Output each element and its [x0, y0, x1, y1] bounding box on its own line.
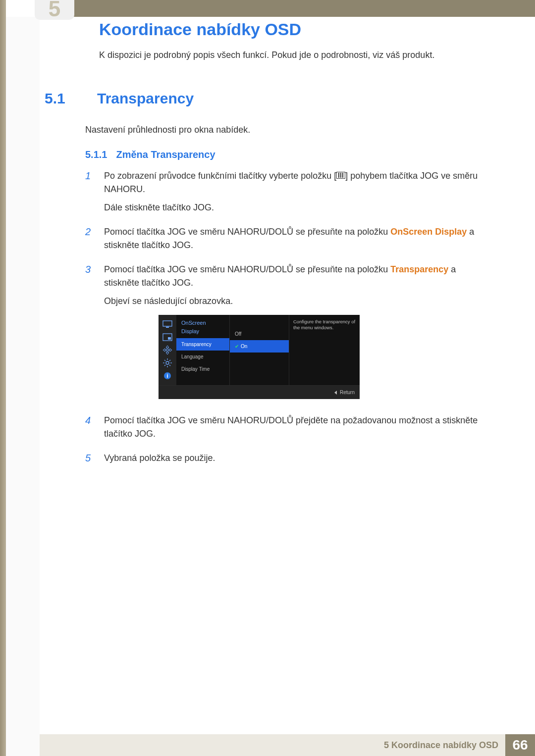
highlight-transparency: Transparency — [390, 264, 448, 274]
osd-menu-item: Language — [176, 351, 229, 363]
step-number: 2 — [85, 225, 95, 257]
osd-option-off: Off — [230, 328, 289, 340]
step-number: 1 — [85, 169, 95, 219]
monitor-icon — [162, 320, 173, 329]
osd-return-label: Return — [340, 389, 355, 396]
svg-line-11 — [169, 360, 170, 361]
chapter-title: Koordinace nabídky OSD — [99, 20, 490, 39]
step-text: Pomocí tlačítka JOG ve směru NAHORU/DOLŮ… — [104, 263, 490, 290]
step-text: Dále stiskněte tlačítko JOG. — [104, 201, 490, 214]
osd-option-on: ✔On — [230, 340, 289, 353]
check-icon: ✔ — [235, 344, 239, 349]
step-number: 4 — [85, 414, 95, 446]
osd-menu-item: Transparency — [176, 338, 229, 351]
info-icon: i — [162, 371, 173, 380]
section-intro: Nastavení průhlednosti pro okna nabídek. — [85, 125, 490, 135]
left-margin-column — [6, 17, 40, 756]
svg-rect-0 — [163, 321, 172, 326]
gear-icon — [162, 358, 173, 367]
footer-chapter-text: 5 Koordinace nabídky OSD — [384, 740, 498, 751]
step-text: Objeví se následující obrazovka. — [104, 295, 490, 308]
left-gradient-stripe — [0, 0, 6, 756]
svg-line-10 — [169, 365, 170, 366]
triangle-left-icon — [334, 391, 337, 395]
step-text: Po zobrazení průvodce funkčními tlačítky… — [104, 169, 490, 196]
step-text: Pomocí tlačítka JOG ve směru NAHORU/DOLŮ… — [104, 414, 490, 441]
osd-menu-item: Display Time — [176, 363, 229, 375]
page-number: 66 — [505, 734, 535, 756]
svg-rect-3 — [168, 337, 171, 340]
section-title: Transparency — [97, 90, 194, 107]
svg-text:i: i — [166, 373, 168, 379]
chapter-number: 5 — [49, 0, 60, 17]
step-3: 3 Pomocí tlačítka JOG ve směru NAHORU/DO… — [85, 263, 490, 408]
highlight-onscreen-display: OnScreen Display — [390, 227, 467, 237]
osd-panel-title: OnScreen Display — [176, 315, 229, 338]
osd-icon-rail: i — [159, 315, 176, 385]
chapter-intro: K dispozici je podrobný popis všech funk… — [99, 50, 490, 60]
menu-icon — [336, 172, 345, 179]
svg-line-12 — [164, 365, 165, 366]
chapter-number-tab: 5 — [35, 0, 74, 20]
step-2: 2 Pomocí tlačítka JOG ve směru NAHORU/DO… — [85, 225, 490, 257]
svg-rect-1 — [166, 327, 169, 328]
arrows-icon — [162, 346, 173, 354]
svg-point-4 — [166, 361, 169, 364]
subsection-number: 5.1.1 — [85, 149, 107, 160]
page-footer: 5 Koordinace nabídky OSD 66 — [40, 734, 535, 756]
picture-icon — [162, 333, 173, 342]
step-text: Vybraná položka se použije. — [104, 452, 490, 465]
osd-help-text: Configure the transparency of the menu w… — [289, 315, 360, 385]
step-1: 1 Po zobrazení průvodce funkčními tlačít… — [85, 169, 490, 219]
step-4: 4 Pomocí tlačítka JOG ve směru NAHORU/DO… — [85, 414, 490, 446]
step-number: 5 — [85, 452, 95, 470]
svg-line-9 — [164, 360, 165, 361]
subsection-title: Změna Transparency — [116, 149, 215, 160]
section-number: 5.1 — [45, 90, 85, 107]
step-5: 5 Vybraná položka se použije. — [85, 452, 490, 470]
step-number: 3 — [85, 263, 95, 408]
top-brown-band — [40, 0, 535, 17]
osd-screenshot: i OnScreen Display Transparency Language… — [159, 315, 360, 399]
step-text: Pomocí tlačítka JOG ve směru NAHORU/DOLŮ… — [104, 225, 490, 252]
